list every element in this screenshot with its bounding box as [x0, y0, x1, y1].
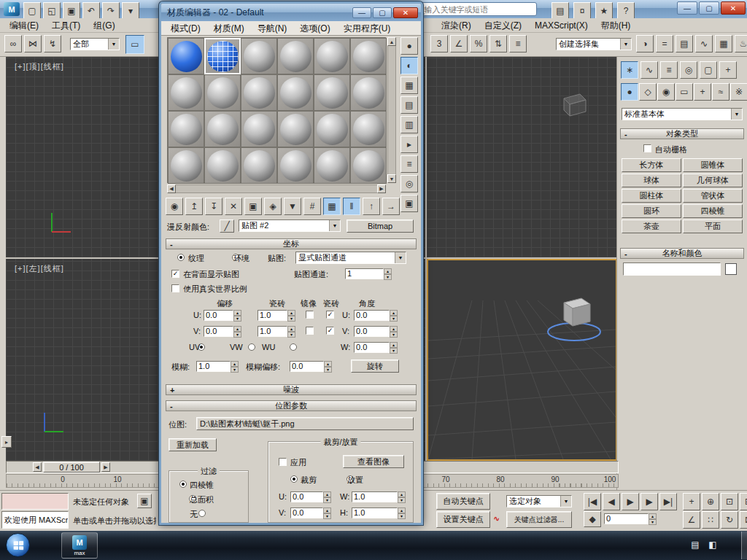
go-to-parent-icon[interactable]: ↑	[363, 198, 380, 215]
viewport-top-label[interactable]: [+][顶][线框]	[15, 61, 64, 72]
taskbar-app-3dsmax[interactable]: M max	[61, 532, 98, 559]
orbit-icon[interactable]: ↻	[721, 511, 738, 529]
real-world-checkbox[interactable]	[171, 284, 179, 292]
object-name-field[interactable]	[623, 262, 721, 276]
auto-key-button[interactable]: 自动关键点	[436, 493, 490, 510]
tab-display-icon[interactable]: ▢	[700, 61, 717, 79]
menu-item[interactable]: 渲染(R)	[435, 18, 478, 34]
scroll-left-icon[interactable]: ◀	[167, 184, 176, 193]
reload-button[interactable]: 重新加载	[169, 438, 217, 451]
bitmap-path-button[interactable]: D:\贴图素材\蜻蜓\躯干.png	[196, 417, 414, 430]
video-color-check-icon[interactable]: ▥	[400, 116, 418, 133]
crop-radio[interactable]	[290, 475, 298, 483]
scroll-up-icon[interactable]: ▲	[387, 37, 396, 46]
material-map-navigator-icon[interactable]: ▣	[400, 195, 418, 212]
u-tiling-spinner[interactable]: 1.0▴▾	[258, 310, 295, 321]
tab-motion-icon[interactable]: ◎	[680, 61, 697, 79]
u-offset-spinner[interactable]: 0.0▴▾	[204, 310, 241, 321]
material-sample-slot[interactable]	[241, 147, 277, 184]
select-by-material-icon[interactable]: ◎	[400, 175, 418, 192]
crop-w-spinner[interactable]: 1.0▴▾	[352, 491, 406, 502]
redo-icon[interactable]: ↷	[102, 2, 120, 20]
object-button-球体[interactable]: 球体	[622, 174, 681, 187]
new-scene-icon[interactable]: ▢	[23, 2, 41, 20]
zoom-extents-all-icon[interactable]: ⊞	[740, 493, 747, 510]
material-sample-slot[interactable]	[277, 111, 314, 147]
vw-radio[interactable]	[248, 343, 255, 351]
subtab-lights-icon[interactable]: ◉	[657, 83, 675, 101]
layer-manager-icon[interactable]: ▤	[676, 35, 693, 52]
material-sample-slot[interactable]	[168, 74, 204, 111]
selection-filter-dropdown[interactable]: 全部▼	[70, 38, 120, 50]
next-frame-button[interactable]: ▶	[640, 493, 658, 510]
open-file-icon[interactable]: ◱	[43, 2, 61, 20]
object-button-圆柱体[interactable]: 圆柱体	[622, 189, 681, 203]
object-button-圆锥体[interactable]: 圆锥体	[683, 158, 743, 172]
material-sample-slot[interactable]	[204, 111, 241, 147]
material-editor-options-icon[interactable]: ≡	[400, 155, 418, 173]
close-button[interactable]: ✕	[721, 1, 746, 15]
start-button[interactable]	[6, 533, 30, 557]
bind-to-space-warp-icon[interactable]: ↯	[44, 35, 61, 52]
me-menu-item[interactable]: 导航(N)	[251, 21, 294, 36]
put-material-to-scene-icon[interactable]: ↥	[185, 198, 203, 215]
viewport-tab-arrow-icon[interactable]: ▸	[1, 436, 12, 448]
slots-vscrollbar[interactable]: ▲ ▼	[387, 37, 396, 183]
maximize-viewport-icon[interactable]: ⊠	[740, 511, 747, 529]
v-angle-spinner[interactable]: 0.0▴▾	[354, 326, 398, 337]
me-menu-item[interactable]: 模式(D)	[164, 21, 207, 36]
crop-u-spinner[interactable]: 0.0▴▾	[290, 491, 331, 502]
subtab-geometry-icon[interactable]: ●	[621, 83, 638, 101]
v-tiling-spinner[interactable]: 1.0▴▾	[258, 326, 295, 337]
object-button-圆环[interactable]: 圆环	[622, 204, 681, 218]
set-key-button[interactable]: 设置关键点	[436, 511, 490, 528]
viewport-left-label[interactable]: [+][左][线框]	[15, 263, 64, 274]
make-unique-icon[interactable]: ◈	[264, 198, 282, 215]
material-sample-slot[interactable]	[314, 74, 350, 111]
subtab-helpers-icon[interactable]: +	[694, 83, 711, 101]
sample-uv-tiling-icon[interactable]: ▤	[400, 96, 418, 114]
map-name-dropdown[interactable]: 贴图 #2▼	[239, 219, 341, 232]
assign-material-to-selection-icon[interactable]: ↧	[205, 198, 222, 215]
menu-item[interactable]: 自定义(Z)	[478, 18, 528, 34]
previous-frame-button[interactable]: ◀	[603, 493, 620, 510]
material-sample-slot[interactable]	[241, 74, 277, 111]
menu-item[interactable]: 编辑(E)	[3, 18, 45, 34]
angle-snap-icon[interactable]: ∠	[450, 35, 468, 52]
mapping-dropdown[interactable]: 显式贴图通道▼	[295, 252, 406, 264]
render-setup-icon[interactable]: ♨	[735, 35, 747, 52]
minimize-button[interactable]: —	[677, 1, 697, 15]
viewport-front[interactable]	[427, 57, 617, 257]
material-sample-slot[interactable]	[168, 147, 204, 184]
object-button-长方体[interactable]: 长方体	[622, 158, 681, 172]
make-preview-icon[interactable]: ▸	[400, 136, 418, 153]
crop-v-spinner[interactable]: 0.0▴▾	[290, 508, 331, 518]
material-sample-slot[interactable]	[204, 147, 241, 184]
schematic-view-icon[interactable]: ▦	[715, 35, 732, 52]
selection-lock-icon[interactable]: ▣	[137, 494, 152, 508]
me-minimize-button[interactable]: —	[352, 7, 371, 18]
u-mirror-checkbox[interactable]	[306, 311, 314, 319]
autogrid-checkbox[interactable]	[643, 144, 651, 152]
material-sample-slot[interactable]	[241, 111, 277, 147]
v-offset-spinner[interactable]: 0.0▴▾	[204, 326, 241, 337]
viewport-perspective[interactable]	[427, 259, 617, 461]
menu-item[interactable]: 工具(T)	[45, 18, 87, 34]
zoom-icon[interactable]: +	[683, 493, 700, 510]
align-icon[interactable]: =	[656, 35, 673, 52]
none-radio[interactable]	[198, 510, 206, 517]
me-close-button[interactable]: ✕	[393, 7, 418, 18]
edit-named-selection-icon[interactable]: ≡	[509, 35, 527, 52]
me-menu-item[interactable]: 实用程序(U)	[337, 21, 398, 36]
max-logo-icon[interactable]: M	[4, 2, 20, 16]
favorites-icon[interactable]: ★	[595, 2, 613, 20]
primitive-type-dropdown[interactable]: 标准基本体▼	[622, 108, 743, 120]
material-sample-slot[interactable]	[241, 38, 277, 74]
noise-rollout[interactable]: + 噪波	[166, 384, 417, 395]
save-file-icon[interactable]: ▣	[63, 2, 80, 20]
name-color-rollout[interactable]: - 名称和颜色	[620, 248, 744, 259]
material-editor-titlebar[interactable]: 材质编辑器 - 02 - Default — ▢ ✕	[161, 4, 421, 21]
percent-snap-icon[interactable]: %	[470, 35, 487, 52]
material-sample-slot[interactable]	[350, 74, 387, 111]
scroll-down-icon[interactable]: ▼	[387, 174, 396, 183]
